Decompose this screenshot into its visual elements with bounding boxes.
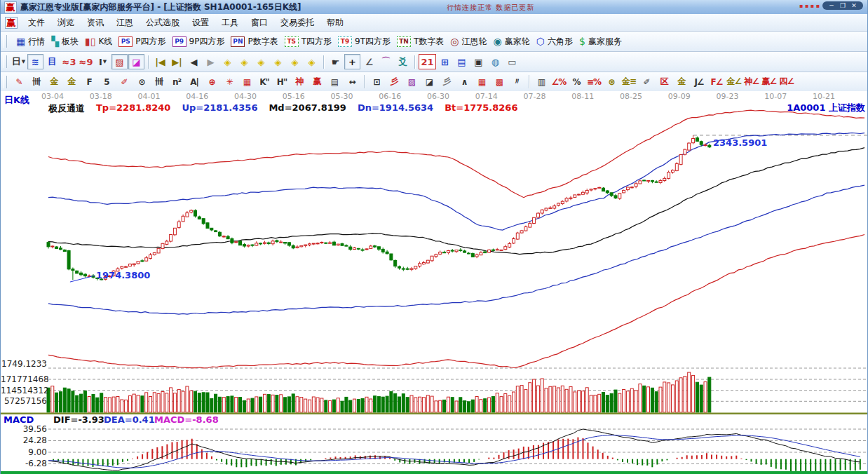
diamond-left-icon[interactable]: ◈	[219, 54, 236, 69]
menu-item-6[interactable]: 设置	[186, 15, 215, 29]
gold-line-icon[interactable]: 金	[673, 74, 690, 89]
minimize-button[interactable]: ─	[827, 2, 836, 9]
ink-brush-icon[interactable]: ✐	[638, 74, 655, 89]
toolbar-kline-button[interactable]: ▮▯K线	[85, 36, 112, 48]
next-bar-icon[interactable]: ▶	[203, 54, 219, 69]
gold-lines-icon[interactable]: 金≡	[621, 74, 637, 89]
toolbar-9t-square-button[interactable]: T99T四方形	[338, 36, 391, 48]
width-measure-icon[interactable]: ↔	[344, 74, 360, 89]
gann-shape-icon[interactable]: 爻	[395, 54, 411, 69]
last-page-icon[interactable]: ▶|	[169, 54, 185, 69]
toolbar-p-square-button[interactable]: PSP四方形	[118, 36, 165, 48]
angle-f-icon[interactable]: F∠	[708, 74, 725, 89]
volume-profile-icon[interactable]: ◪	[128, 54, 144, 69]
slant-lines-icon[interactable]: 〃	[508, 74, 525, 89]
red-brush-icon[interactable]: ✐	[116, 74, 133, 89]
crosshair-icon[interactable]: +	[344, 54, 360, 69]
shen-grid-icon[interactable]: 神	[291, 74, 308, 89]
toolbar-t-number-table-button[interactable]: TNT数字表	[397, 36, 444, 48]
fan-box-icon[interactable]: ◪	[421, 74, 438, 89]
menu-item-4[interactable]: 江恩	[110, 15, 140, 29]
gold-circle-icon[interactable]: ⊛	[603, 74, 620, 89]
wave-zone-icon[interactable]: 区	[656, 74, 672, 89]
calculator-icon[interactable]: ⊞	[437, 54, 453, 69]
menu-item-8[interactable]: 窗口	[245, 15, 274, 29]
toolbar-hexagon-button[interactable]: ⬡六角形	[536, 36, 573, 48]
angle-si-icon[interactable]: 四∠	[778, 74, 795, 89]
n-square-icon[interactable]: n²	[168, 74, 185, 89]
text-note-icon[interactable]: A|	[186, 74, 203, 89]
toolbar-quotes-button[interactable]: ▦行情	[16, 36, 45, 48]
period-candle-icon[interactable]: 日▼	[11, 54, 27, 69]
angle-shen-icon[interactable]: 神∠	[743, 74, 760, 89]
fan-gray-icon[interactable]: 彡	[438, 74, 455, 89]
toolbar-grip[interactable]	[4, 35, 7, 48]
angle-measure-icon[interactable]: ∠	[361, 54, 377, 69]
diamond-cross-icon[interactable]: ◈	[287, 54, 303, 69]
menu-item-5[interactable]: 公式选股	[140, 15, 186, 29]
circle-cross-icon[interactable]: ⊕	[203, 74, 220, 89]
ying-grid-icon[interactable]: 赢	[308, 74, 325, 89]
remote-pc-icon[interactable]: ▭	[504, 54, 520, 69]
close-button[interactable]: ✕	[849, 2, 859, 9]
fibo-grid-icon[interactable]: F	[81, 74, 97, 89]
toolbar-9p-square-button[interactable]: P99P四方形	[172, 36, 225, 48]
h-mark-icon[interactable]: H"	[273, 74, 290, 89]
toolbar-sectors-button[interactable]: ▚板块	[51, 36, 79, 48]
calendar-21-icon[interactable]: 21	[419, 54, 436, 69]
grid-red-icon[interactable]: ▦	[473, 74, 490, 89]
angle-gold-icon[interactable]: 金∠	[726, 74, 742, 89]
menu-item-7[interactable]: 工具	[215, 15, 245, 29]
tick-grid-icon[interactable]: 卌	[151, 74, 168, 89]
diamond-right-icon[interactable]: ◈	[236, 54, 252, 69]
web-link-icon[interactable]: ◍	[487, 54, 503, 69]
gold-grid-2-icon[interactable]: 金	[63, 74, 80, 89]
fan-red-icon[interactable]: 彡	[386, 74, 402, 89]
zigzag-icon[interactable]: ∧	[456, 74, 473, 89]
wave-9-icon[interactable]: ≈9	[78, 54, 94, 69]
notes-icon[interactable]: ▤	[454, 54, 470, 69]
spiral-5-icon[interactable]: 5	[98, 74, 115, 89]
menu-item-9[interactable]: 交易委托	[274, 15, 320, 29]
time-cycle-icon[interactable]: ⊙	[133, 74, 150, 89]
diamond-center-icon[interactable]: ◈	[304, 54, 320, 69]
toolbar-p-number-table-button[interactable]: PNP数字表	[231, 36, 278, 48]
prev-bar-icon[interactable]: ◀	[186, 54, 202, 69]
diamond-down-icon[interactable]: ◈	[270, 54, 286, 69]
box-ruler-icon[interactable]: ⊡	[368, 74, 385, 89]
numbered-grid-icon[interactable]: ▤	[326, 74, 343, 89]
menu-item-2[interactable]: 浏览	[51, 15, 81, 29]
first-page-icon[interactable]: |◀	[152, 54, 168, 69]
percent-trend-icon[interactable]: ∠%	[550, 74, 567, 89]
grid-column-icon[interactable]: ▩	[491, 74, 508, 89]
single-candle-icon[interactable]: I▼	[95, 54, 111, 69]
fan-purple-icon[interactable]: ▨	[403, 74, 420, 89]
pattern-filter-icon[interactable]: ▨	[111, 54, 128, 69]
k-mark-icon[interactable]: K"	[256, 74, 273, 89]
toolbar-grip[interactable]	[4, 55, 7, 68]
percent-icon[interactable]: %	[568, 74, 585, 89]
restore-button[interactable]: ❐	[838, 2, 848, 9]
menu-item-10[interactable]: 帮助	[320, 15, 350, 29]
price-grid-icon[interactable]: 卌	[28, 74, 45, 89]
gold-grid-1-icon[interactable]: 金	[46, 74, 62, 89]
pencil-icon[interactable]: ✎	[11, 74, 27, 89]
angle-ying-icon[interactable]: 赢∠	[761, 74, 778, 89]
percent-lines-icon[interactable]: ≡%	[585, 74, 602, 89]
star-burst-icon[interactable]: ✳	[221, 74, 238, 89]
save-icon[interactable]: ▣	[470, 54, 487, 69]
toolbar-grip[interactable]	[4, 76, 7, 88]
gann-arc-icon[interactable]: ⌒	[378, 54, 394, 69]
toolbar-t-square-button[interactable]: TST四方形	[285, 36, 332, 48]
red-grid-box-icon[interactable]: ▦	[238, 74, 255, 89]
angle-j-icon[interactable]: J∠	[691, 74, 707, 89]
toolbar-winner-wheel-button[interactable]: ◉赢家轮	[494, 36, 530, 48]
menu-item-3[interactable]: 资讯	[81, 15, 110, 29]
toolbar-winner-service-button[interactable]: $赢家服务	[579, 36, 622, 48]
pan-hand-icon[interactable]: ☛	[327, 54, 344, 69]
f10-info-icon[interactable]: 目	[44, 54, 60, 69]
bar-stats-icon[interactable]: ▥	[533, 74, 550, 89]
menu-item-1[interactable]: 文件	[22, 15, 51, 29]
wave-3-icon[interactable]: ≈3	[61, 54, 77, 69]
toolbar-gann-wheel-button[interactable]: ◎江恩轮	[450, 36, 487, 48]
